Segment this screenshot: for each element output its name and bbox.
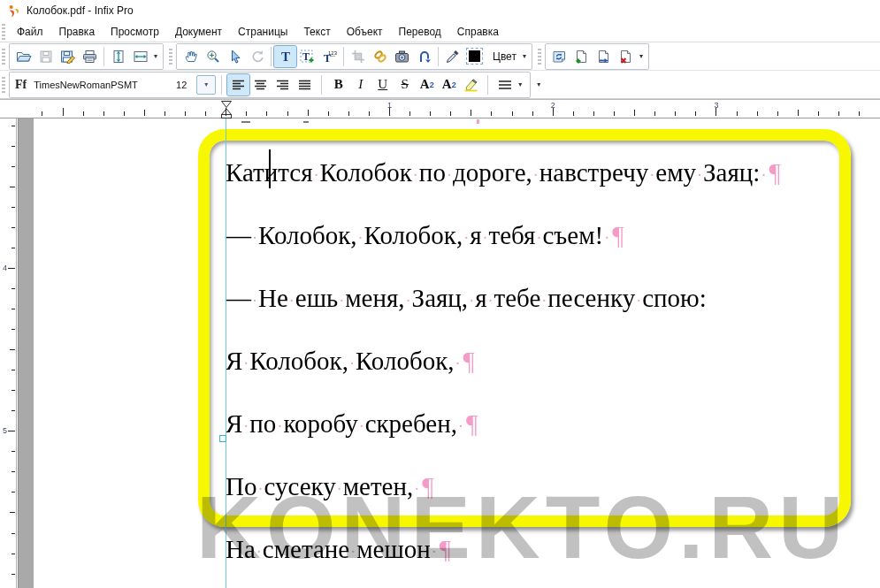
bold-button[interactable]: B [327, 74, 349, 95]
align-left-button[interactable] [227, 74, 249, 95]
menu-file[interactable]: Файл [9, 23, 51, 41]
doc-line[interactable]: —·Не·ешь·меня,·Заяц,·я·тебе·песенку·спою… [226, 282, 707, 317]
current-color-swatch [469, 50, 480, 62]
file-toolbar-group: ▾ [9, 43, 164, 70]
font-name-field[interactable]: TimesNewRomanPSMT [34, 80, 166, 90]
v-ruler: 45 [0, 118, 17, 588]
zoom-tool-button[interactable] [202, 46, 224, 67]
toolbar-divider [271, 47, 272, 66]
document-page[interactable]: Катится·Колобок·по·дороге,·навстречу·ему… [34, 118, 880, 588]
hand-tool-button[interactable] [180, 46, 202, 67]
fontbar-overflow-caret[interactable]: ▾ [534, 80, 543, 88]
toolbar-grip-3[interactable] [538, 49, 541, 65]
pages-toolbar-group: ▾ [545, 43, 649, 70]
text-caret [269, 149, 271, 188]
toolbar-grip-2[interactable] [169, 49, 172, 65]
zoom-options-caret[interactable]: ▾ [151, 52, 160, 60]
menu-object[interactable]: Объект [339, 23, 391, 41]
h-ruler-label: 2 [551, 101, 555, 110]
menu-pages[interactable]: Страницы [230, 23, 295, 41]
font-size-field[interactable]: 12 [166, 80, 196, 90]
toolbar-divider [103, 47, 104, 66]
tools-toolbar-group: T T T 123 [176, 43, 532, 70]
eyedropper-button[interactable] [441, 46, 463, 67]
pilcrow: ¶ [612, 221, 624, 249]
undo-curve-button[interactable] [413, 46, 435, 67]
font-size-dropdown[interactable]: ▾ [196, 75, 216, 95]
toolbar-divider [321, 75, 322, 95]
font-toolbar-group: Ff TimesNewRomanPSMT 12 ▾ B I U S A [9, 72, 531, 98]
toolbar-grip-1[interactable] [2, 49, 5, 65]
subscript-button[interactable]: A2 [438, 74, 460, 95]
v-ruler-label: 4 [3, 263, 7, 272]
menu-help[interactable]: Справка [449, 23, 507, 41]
page-add-button[interactable] [570, 46, 593, 67]
clipped-text-artifact [241, 121, 250, 123]
font-family-icon: Ff [15, 78, 27, 92]
strikethrough-button[interactable]: S [394, 74, 416, 95]
save-as-button[interactable] [57, 46, 79, 67]
clipped-pilcrow-artifact [477, 119, 479, 124]
text-tool-button[interactable]: T [274, 46, 296, 67]
color-caret[interactable]: ▾ [520, 52, 529, 60]
doc-line[interactable]: Катится·Колобок·по·дороге,·навстречу·ему… [226, 157, 781, 191]
toolbar-divider [343, 47, 344, 66]
hyperlink-button[interactable] [369, 46, 391, 67]
menu-document[interactable]: Документ [167, 23, 230, 41]
print-button[interactable] [79, 46, 101, 67]
select-arrow-button[interactable] [224, 46, 246, 67]
align-justify-button[interactable] [294, 74, 316, 95]
color-swatch[interactable] [463, 46, 486, 67]
superscript-button[interactable]: A2 [416, 74, 438, 95]
highlighter-button[interactable] [460, 74, 482, 95]
app-icon [7, 4, 20, 18]
pilcrow: ¶ [463, 347, 475, 375]
doc-line[interactable]: Я·по·коробу·скребен,·¶ [226, 408, 478, 442]
underline-button[interactable]: U [371, 74, 394, 95]
italic-button[interactable]: I [349, 74, 371, 95]
window-title: Колобок.pdf - Infix Pro [27, 4, 134, 17]
open-button[interactable] [12, 46, 34, 67]
text-frame-handle[interactable] [219, 435, 226, 442]
menu-translate[interactable]: Перевод [391, 23, 449, 41]
align-right-button[interactable] [272, 74, 294, 95]
pages-caret[interactable]: ▾ [637, 52, 646, 60]
menu-text[interactable]: Текст [295, 23, 338, 41]
svg-text:T: T [280, 50, 289, 64]
svg-text:123: 123 [328, 50, 337, 56]
h-ruler-label: 3 [714, 101, 718, 110]
menu-view[interactable]: Просмотр [103, 23, 167, 41]
infix-window: Колобок.pdf - Infix Pro Файл Правка Прос… [0, 0, 880, 588]
pasteboard [18, 118, 34, 588]
toolbar-divider [438, 47, 439, 66]
note-sync-button[interactable] [548, 46, 570, 67]
svg-text:T: T [302, 50, 310, 63]
doc-line[interactable]: Я·Колобок,·Колобок,·¶ [226, 345, 475, 379]
h-ruler-label: 1 [387, 101, 392, 110]
text-number-button[interactable]: T 123 [318, 46, 341, 67]
pilcrow: ¶ [769, 158, 780, 187]
pilcrow: ¶ [466, 409, 478, 438]
line-spacing-button[interactable] [494, 74, 516, 95]
rotate-tool-button[interactable] [246, 46, 268, 67]
watermark: KONEKTO.RU [196, 483, 880, 572]
color-label: Цвет [493, 50, 517, 63]
text-box-add-button[interactable]: T [296, 46, 318, 67]
save-button[interactable] [34, 46, 57, 67]
clipped-text-artifact [303, 121, 309, 123]
camera-snapshot-button[interactable] [391, 46, 413, 67]
main-toolbar: ▾ [0, 42, 880, 71]
line-spacing-caret[interactable]: ▾ [516, 80, 524, 88]
menu-grip[interactable] [2, 24, 5, 40]
fit-width-button[interactable] [129, 46, 151, 67]
title-bar: Колобок.pdf - Infix Pro [0, 0, 880, 21]
page-delete-button[interactable] [615, 46, 637, 67]
crop-tool-button[interactable] [347, 46, 369, 67]
toolbar-divider [221, 75, 222, 95]
fontbar-grip[interactable] [2, 77, 5, 93]
align-center-button[interactable] [249, 74, 272, 95]
doc-line[interactable]: —·Колобок,·Колобок,·я·тебя·съем!·¶ [226, 219, 624, 254]
menu-edit[interactable]: Правка [51, 23, 103, 41]
page-export-button[interactable] [593, 46, 615, 67]
fit-height-button[interactable] [107, 46, 129, 67]
